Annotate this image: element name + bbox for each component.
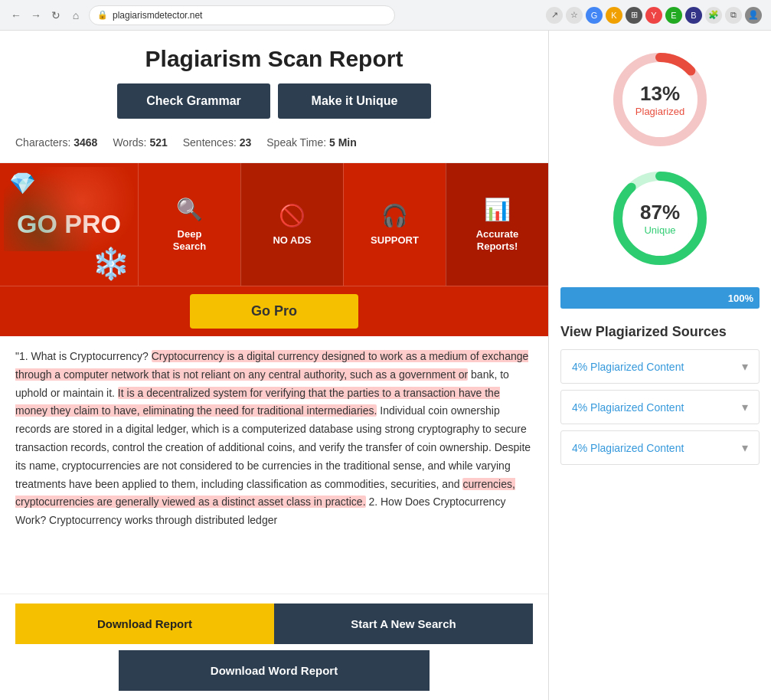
chars-stat: Characters: 3468 <box>15 136 97 149</box>
download-word-report-button[interactable]: Download Word Report <box>119 650 430 691</box>
main-wrapper: Plagiarism Scan Report Check Grammar Mak… <box>0 31 771 700</box>
left-panel: Plagiarism Scan Report Check Grammar Mak… <box>0 31 549 700</box>
ext-icon-4[interactable]: Y <box>645 7 662 24</box>
download-report-button[interactable]: Download Report <box>15 604 274 644</box>
support-icon: 🎧 <box>381 203 408 228</box>
action-buttons: Check Grammar Make it Unique <box>15 83 533 119</box>
progress-bar-bg: 100% <box>560 287 760 309</box>
url-text: plagiarismdetector.net <box>113 10 202 21</box>
content-paragraph: "1. What is Cryptocurrency? Cryptocurren… <box>15 348 533 530</box>
plagiarized-gauge: 13% Plagiarized <box>606 46 714 153</box>
words-stat: Words: 521 <box>113 136 167 149</box>
bottom-row-1: Download Report Start A New Search <box>15 604 533 644</box>
source-item-1[interactable]: 4% Plagiarized Content ▾ <box>560 349 760 384</box>
page-title: Plagiarism Scan Report <box>145 46 403 72</box>
bottom-buttons: Download Report Start A New Search Downl… <box>0 594 548 700</box>
unique-gauge: 87% Unique <box>606 165 714 272</box>
reload-button[interactable]: ↻ <box>49 8 63 22</box>
check-grammar-button[interactable]: Check Grammar <box>117 83 270 119</box>
chevron-down-icon-2: ▾ <box>742 400 748 414</box>
unique-gauge-center: 87% Unique <box>640 201 680 236</box>
header-section: Plagiarism Scan Report Check Grammar Mak… <box>0 31 548 163</box>
speak-time-stat: Speak Time: 5 Min <box>266 136 357 149</box>
promo-banner: 💎 GO PRO ❄️ 🔍 DeepSearch 🚫 NO ADS <box>0 163 548 336</box>
chevron-down-icon-3: ▾ <box>742 440 748 455</box>
back-button[interactable]: ← <box>9 8 23 22</box>
promo-bottom: Go Pro <box>0 286 548 336</box>
chevron-down-icon-1: ▾ <box>742 359 748 374</box>
no-ads-icon: 🚫 <box>279 203 305 228</box>
source-item-3[interactable]: 4% Plagiarized Content ▾ <box>560 430 760 465</box>
text-plain-1: "1. What is Cryptocurrency? <box>15 350 152 362</box>
forward-button[interactable]: → <box>29 8 43 22</box>
promo-left: 💎 GO PRO ❄️ <box>0 163 138 286</box>
browser-chrome: ← → ↻ ⌂ 🔒 plagiarismdetector.net ↗ ☆ G K… <box>0 0 771 31</box>
sentences-stat: Sentences: 23 <box>183 136 252 149</box>
promo-features: 🔍 DeepSearch 🚫 NO ADS 🎧 SUPPORT 📊 Accura… <box>138 163 548 286</box>
lock-icon: 🔒 <box>97 10 108 20</box>
sources-title: View Plagiarized Sources <box>560 324 760 340</box>
make-unique-button[interactable]: Make it Unique <box>278 83 431 119</box>
source-item-2[interactable]: 4% Plagiarized Content ▾ <box>560 390 760 424</box>
share-icon[interactable]: ↗ <box>546 7 563 24</box>
search-icon: 🔍 <box>176 197 203 222</box>
right-panel: 13% Plagiarized 87% Unique 100% <box>549 31 771 700</box>
stats-bar: Characters: 3468 Words: 521 Sentences: 2… <box>15 130 533 155</box>
ext-icon-3[interactable]: ⊞ <box>626 7 642 24</box>
snowflake-decoration: ❄️ <box>92 246 130 282</box>
home-button[interactable]: ⌂ <box>69 8 83 22</box>
gauge-container: 13% Plagiarized 87% Unique <box>606 46 714 272</box>
go-pro-button[interactable]: Go Pro <box>190 294 358 329</box>
promo-feature-reports: 📊 AccurateReports! <box>446 163 548 286</box>
promo-feature-no-ads: 🚫 NO ADS <box>240 163 343 286</box>
window-toggle[interactable]: ⧉ <box>725 7 742 24</box>
promo-feature-support: 🎧 SUPPORT <box>343 163 446 286</box>
plagiarized-gauge-center: 13% Plagiarized <box>635 82 684 117</box>
content-area: "1. What is Cryptocurrency? Cryptocurren… <box>0 336 548 594</box>
bookmark-icon[interactable]: ☆ <box>566 7 583 24</box>
ext-icon-puzzle[interactable]: 🧩 <box>705 7 722 24</box>
progress-container: 100% <box>560 287 760 309</box>
browser-toolbar-icons: ↗ ☆ G K ⊞ Y E B 🧩 ⧉ 👤 <box>546 7 762 24</box>
promo-banner-inner: 💎 GO PRO ❄️ 🔍 DeepSearch 🚫 NO ADS <box>0 163 548 286</box>
ext-icon-6[interactable]: B <box>685 7 702 24</box>
sources-section: View Plagiarized Sources 4% Plagiarized … <box>560 324 760 471</box>
start-new-search-button[interactable]: Start A New Search <box>274 604 533 644</box>
profile-icon[interactable]: 👤 <box>745 7 762 24</box>
promo-feature-deep-search: 🔍 DeepSearch <box>138 163 240 286</box>
reports-icon: 📊 <box>484 197 511 222</box>
ext-icon-1[interactable]: G <box>586 7 603 24</box>
address-bar[interactable]: 🔒 plagiarismdetector.net <box>89 5 395 25</box>
progress-bar-fill: 100% <box>560 287 760 309</box>
text-plain-3: Individual coin ownership records are st… <box>15 404 531 489</box>
ext-icon-5[interactable]: E <box>665 7 682 24</box>
ext-icon-2[interactable]: K <box>606 7 622 24</box>
